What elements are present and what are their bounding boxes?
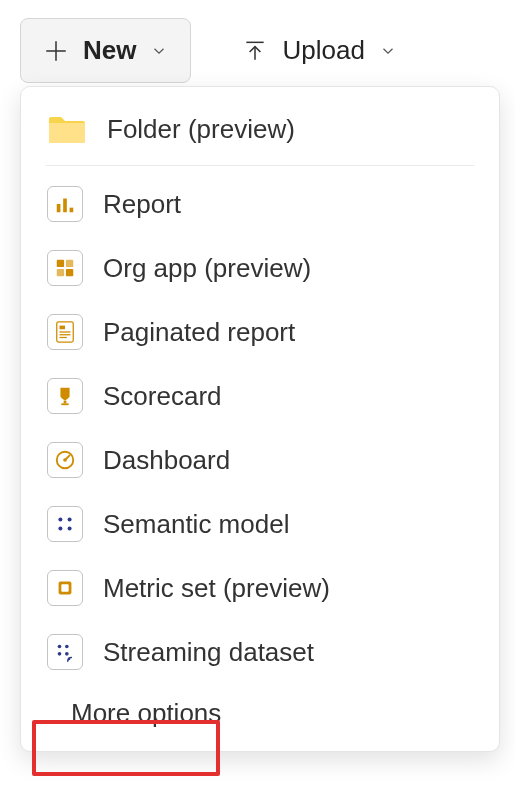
menu-divider <box>45 165 475 166</box>
scorecard-icon <box>47 378 83 414</box>
menu-item-label: Folder (preview) <box>107 114 295 145</box>
svg-rect-8 <box>66 260 73 267</box>
report-icon <box>47 186 83 222</box>
menu-item-paginated-report[interactable]: Paginated report <box>21 300 499 364</box>
svg-point-20 <box>58 517 62 521</box>
menu-item-label: Semantic model <box>103 509 289 540</box>
svg-point-19 <box>63 458 67 462</box>
menu-item-more-options[interactable]: More options <box>21 684 499 743</box>
toolbar: New Upload <box>0 0 515 83</box>
svg-point-27 <box>65 645 69 649</box>
svg-point-26 <box>58 645 62 649</box>
menu-item-folder[interactable]: Folder (preview) <box>21 97 499 161</box>
upload-button[interactable]: Upload <box>219 18 419 83</box>
menu-item-label: Paginated report <box>103 317 295 348</box>
svg-rect-4 <box>57 204 61 212</box>
chevron-down-icon <box>379 42 397 60</box>
svg-rect-7 <box>57 260 64 267</box>
menu-item-org-app[interactable]: Org app (preview) <box>21 236 499 300</box>
svg-rect-17 <box>61 403 68 405</box>
paginated-report-icon <box>47 314 83 350</box>
svg-rect-16 <box>64 401 67 404</box>
menu-item-report[interactable]: Report <box>21 172 499 236</box>
streaming-dataset-icon <box>47 634 83 670</box>
menu-item-dashboard[interactable]: Dashboard <box>21 428 499 492</box>
chevron-down-icon <box>150 42 168 60</box>
menu-item-label: Report <box>103 189 181 220</box>
svg-point-29 <box>65 652 69 656</box>
menu-item-scorecard[interactable]: Scorecard <box>21 364 499 428</box>
folder-icon <box>47 111 87 147</box>
semantic-model-icon <box>47 506 83 542</box>
svg-rect-10 <box>66 269 73 276</box>
plus-icon <box>43 38 69 64</box>
svg-rect-6 <box>70 208 74 213</box>
menu-item-label: Streaming dataset <box>103 637 314 668</box>
svg-rect-12 <box>60 326 66 330</box>
svg-point-21 <box>68 517 72 521</box>
org-app-icon <box>47 250 83 286</box>
svg-point-28 <box>58 652 62 656</box>
svg-point-23 <box>68 527 72 531</box>
new-dropdown-menu: Folder (preview) Report Org app (preview… <box>20 86 500 752</box>
svg-point-22 <box>58 527 62 531</box>
menu-item-label: Org app (preview) <box>103 253 311 284</box>
metric-set-icon <box>47 570 83 606</box>
menu-item-label: Scorecard <box>103 381 222 412</box>
upload-button-label: Upload <box>282 35 364 66</box>
svg-rect-9 <box>57 269 64 276</box>
svg-rect-25 <box>61 584 68 591</box>
dashboard-icon <box>47 442 83 478</box>
menu-item-semantic-model[interactable]: Semantic model <box>21 492 499 556</box>
menu-item-metric-set[interactable]: Metric set (preview) <box>21 556 499 620</box>
menu-item-label: Dashboard <box>103 445 230 476</box>
new-button-label: New <box>83 35 136 66</box>
menu-item-label: More options <box>71 698 221 729</box>
svg-rect-5 <box>63 199 67 213</box>
menu-item-label: Metric set (preview) <box>103 573 330 604</box>
menu-item-streaming-dataset[interactable]: Streaming dataset <box>21 620 499 684</box>
upload-icon <box>242 38 268 64</box>
new-button[interactable]: New <box>20 18 191 83</box>
